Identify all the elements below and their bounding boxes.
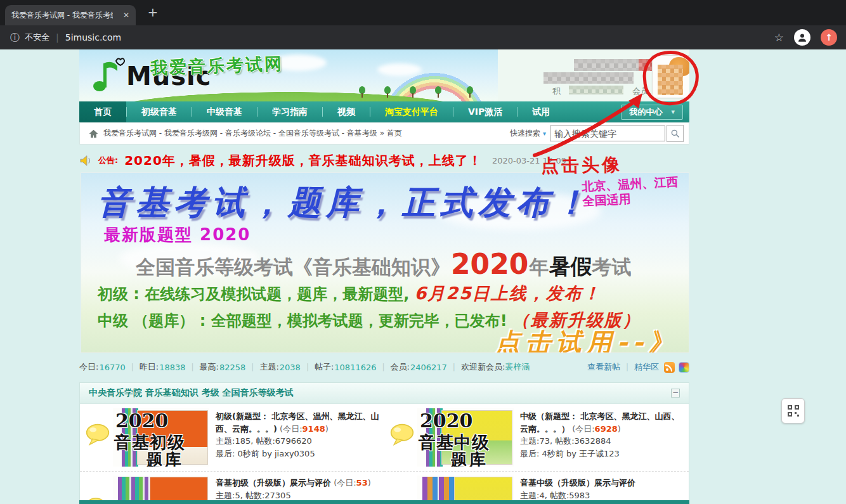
forum-row: 音基中级（升级版）展示与评价 主题:4, 帖数:5983 [384, 471, 689, 504]
browser-profile-icon[interactable] [794, 29, 810, 46]
stat-separator: | [382, 363, 384, 372]
home-icon[interactable] [89, 129, 98, 138]
bookmark-star-icon[interactable]: ☆ [774, 31, 784, 44]
cloud-shape [377, 63, 422, 76]
security-label[interactable]: 不安全 [25, 32, 49, 43]
today-prefix: (今日: [280, 424, 302, 434]
stat-separator: | [131, 363, 134, 372]
nav-item-junior[interactable]: 初级音基 [127, 101, 192, 122]
stat-label: 会员: [391, 361, 410, 373]
today-count: 6928 [595, 424, 618, 434]
promo-banner[interactable]: 音基考试，题库，正式发布！ 北京、温州、江西 全国适用 最新版题型 2020 全… [81, 172, 689, 353]
stat-separator: | [626, 363, 628, 372]
banner-subtitle-mid: 年 [529, 254, 549, 281]
welcome-member-link[interactable]: 裴梓涵 [505, 361, 530, 373]
address-url[interactable]: 5imusic.com [65, 32, 122, 42]
annotation-arrow [530, 92, 653, 162]
blurred-user-info [543, 72, 634, 84]
nav-item-guide[interactable]: 学习指南 [257, 101, 322, 122]
announcement-link[interactable]: 2020年，暑假，最新升级版，音乐基础知识考试，上线了！ [124, 152, 482, 169]
browser-toolbar: ⓘ 不安全 | 5imusic.com ☆ ↑ [0, 25, 846, 49]
forum-row: 音基初级（升级版）展示与评价 (今日:53) 主题:5, 帖数:27305 [80, 471, 384, 504]
next-section-edge [79, 500, 689, 504]
banner-junior-line: 初级 : 在线练习及模拟试题，题库，最新题型, 6月25日上线，发布！ [98, 282, 601, 305]
tree-icon [384, 86, 391, 98]
forum-category: 中央音乐学院 音乐基础知识 考级 全国音乐等级考试 − 2020 音基初级 题库… [79, 382, 689, 504]
archiver-icon[interactable] [679, 362, 689, 373]
forum-meta: 主题:73, 帖数:3632884 [520, 435, 686, 448]
banner-subtitle-pre: 全国音乐等级考试《音乐基础知识》 [136, 254, 450, 281]
forum-cover-image[interactable]: 2020 音基初级 题库 [113, 408, 209, 467]
breadcrumb[interactable]: 我爱音乐考试网 - 我爱音乐考级网 - 音乐考级论坛 - 全国音乐等级考试 - … [103, 128, 402, 139]
qr-code-icon [787, 404, 800, 417]
cover-text: 题库 [146, 449, 183, 467]
forum-title-link[interactable]: 音基中级（升级版）展示与评价 [520, 478, 635, 488]
annotation-label: 点击头像 [541, 153, 623, 178]
today-suffix: ) [368, 478, 371, 488]
search-button[interactable] [667, 125, 684, 142]
collapse-button[interactable]: − [671, 389, 680, 397]
banner-cta-link[interactable]: 点击试用--》 [495, 325, 679, 353]
tab-close-icon[interactable]: ✕ [123, 11, 129, 20]
today-count: 53 [356, 478, 368, 488]
speech-bubble-icon [389, 423, 415, 449]
speech-bubble-icon [85, 423, 110, 449]
stat-label: 主题: [259, 361, 278, 373]
stat-label: 最高: [200, 361, 219, 373]
today-suffix: ) [325, 424, 329, 434]
info-icon[interactable]: ⓘ [10, 32, 20, 44]
chevron-down-icon: ▾ [671, 108, 675, 116]
forum-lastpost[interactable]: 最后: 0秒前 by jiaxy0305 [216, 448, 382, 460]
forum-lastpost[interactable]: 最后: 4秒前 by 王子诚123 [520, 448, 686, 460]
stat-value: 2406217 [410, 363, 447, 372]
browser-update-button[interactable]: ↑ [821, 29, 837, 46]
cover-text: 2020 [115, 410, 169, 432]
view-new-posts-link[interactable]: 查看新帖 [587, 361, 620, 373]
tab-title: 我爱音乐考试网 - 我爱音乐考级网 [11, 10, 113, 21]
cover-text: 2020 [420, 410, 473, 432]
rss-icon[interactable] [664, 362, 675, 373]
forum-category-header: 中央音乐学院 音乐基础知识 考级 全国音乐等级考试 − [80, 383, 689, 404]
tree-icon [434, 86, 442, 98]
forum-row: 2020 音基初级 题库 初级(新题型： 北京考区、温州、黑龙江、山西、云南。。… [80, 404, 384, 471]
forum-meta: 主题:185, 帖数:6796620 [216, 435, 382, 448]
stat-separator: | [251, 363, 254, 372]
banner-subtitle-year: 2020 [451, 248, 528, 280]
stat-value: 82258 [219, 363, 245, 372]
digest-link[interactable]: 精华区 [634, 361, 659, 373]
today-prefix: (今日: [334, 478, 356, 488]
stat-separator: | [192, 363, 194, 372]
banner-edition: 最新版题型 2020 [104, 224, 251, 246]
banner-region-note: 北京、温州、江西 全国适用 [582, 174, 679, 208]
forum-row: 2020 音基中级 题库 中级（新题型： 北京考区、黑龙江、山西、云南。。。） … [384, 404, 689, 471]
forum-category-title[interactable]: 中央音乐学院 音乐基础知识 考级 全国音乐等级考试 [89, 387, 294, 399]
tree-icon [409, 86, 417, 98]
tree-icon [358, 86, 366, 98]
forum-stats-bar: 今日:16770 | 昨日:18838 | 最高:82258 | 主题:2038… [79, 358, 689, 376]
nav-item-vip[interactable]: VIP激活 [453, 101, 517, 122]
browser-tab[interactable]: 我爱音乐考试网 - 我爱音乐考级网 ✕ [5, 5, 136, 25]
person-icon [797, 32, 808, 43]
forum-cover-image[interactable]: 2020 音基中级 题库 [417, 408, 514, 467]
nav-item-video[interactable]: 视频 [323, 101, 370, 122]
qr-widget[interactable] [781, 398, 805, 423]
nav-item-home[interactable]: 首页 [79, 101, 126, 122]
welcome-label: 欢迎新会员: [461, 361, 505, 373]
nav-item-middle[interactable]: 中级音基 [192, 101, 257, 122]
cover-text: 题库 [450, 449, 487, 467]
music-note-icon [91, 55, 126, 94]
announcement-label: 公告: [98, 155, 118, 166]
stat-value: 2038 [280, 363, 301, 372]
new-tab-button[interactable]: + [145, 4, 161, 21]
stat-label: 帖子: [315, 361, 334, 373]
stat-separator: | [453, 363, 455, 372]
stat-label: 今日: [79, 361, 98, 373]
forum-title-link[interactable]: 音基初级（升级版）展示与评价 [216, 478, 331, 488]
banner-junior-text: 初级 : 在线练习及模拟试题，题库，最新题型, [98, 284, 409, 304]
banner-subtitle-post: 考试 [592, 254, 631, 281]
today-count: 9148 [303, 424, 325, 434]
nav-item-taobao-pay[interactable]: 淘宝支付平台 [370, 101, 453, 122]
banner-subtitle-bold: 暑假 [549, 252, 592, 281]
stat-value: 16770 [99, 363, 125, 372]
stat-value: 10811626 [334, 363, 376, 372]
